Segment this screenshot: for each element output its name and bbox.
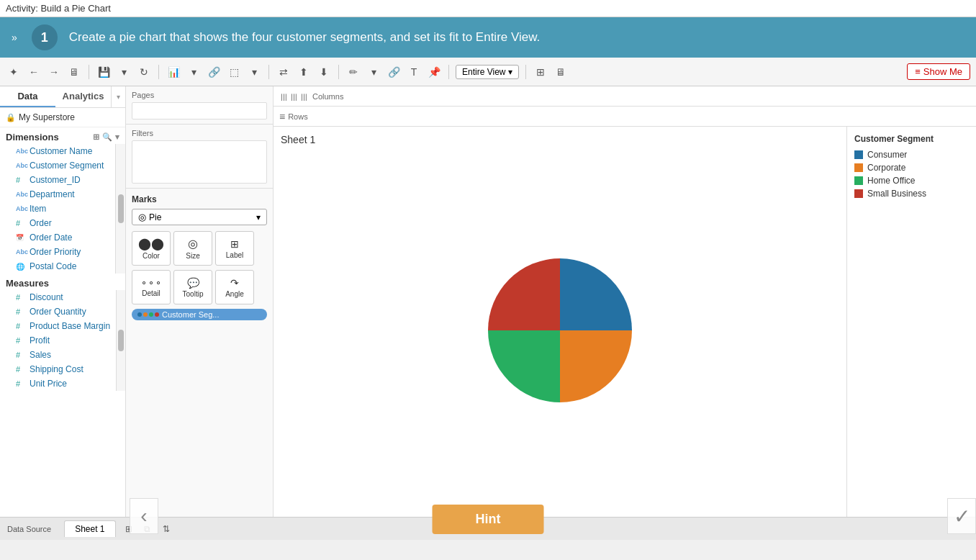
back-icon[interactable]: ← bbox=[26, 64, 42, 80]
detail-button[interactable]: ⚬⚬⚬ Detail bbox=[132, 270, 171, 304]
arrow-icon[interactable]: ▾ bbox=[115, 132, 119, 142]
size-icon: ◎ bbox=[188, 237, 198, 250]
home-icon[interactable]: ✦ bbox=[6, 64, 22, 80]
slice-corporate[interactable] bbox=[560, 330, 632, 402]
instruction-text: Create a pie chart that shows the four c… bbox=[69, 29, 541, 46]
dimensions-label: Dimensions bbox=[6, 132, 59, 143]
search-icon[interactable]: 🔍 bbox=[102, 132, 112, 142]
sheet-tab[interactable]: Sheet 1 bbox=[64, 520, 115, 537]
chart-dropdown[interactable]: ▾ bbox=[186, 64, 202, 80]
text-icon[interactable]: T bbox=[406, 64, 422, 80]
datasource-tab[interactable]: Data Source bbox=[0, 522, 58, 536]
field-profit[interactable]: # Profit bbox=[0, 333, 116, 348]
pin-icon[interactable]: 📌 bbox=[426, 64, 442, 80]
field-customer-id[interactable]: # Customer_ID bbox=[0, 173, 115, 187]
field-customer-segment[interactable]: Abc Customer Segment bbox=[0, 158, 115, 173]
tab-data[interactable]: Data bbox=[0, 86, 55, 107]
export-dropdown[interactable]: ▾ bbox=[246, 64, 262, 80]
angle-button[interactable]: ↷ Angle bbox=[215, 270, 254, 304]
legend-color-consumer bbox=[854, 150, 863, 159]
field-order-priority[interactable]: Abc Order Priority bbox=[0, 245, 115, 259]
pencil-dropdown[interactable]: ▾ bbox=[366, 64, 381, 80]
marks-type-label: Pie bbox=[149, 212, 161, 222]
customer-seg-pill[interactable]: Customer Seg... bbox=[132, 309, 267, 320]
field-order-date[interactable]: 📅 Order Date bbox=[0, 230, 115, 245]
type-hash: # bbox=[16, 219, 26, 227]
marks-title: Marks bbox=[132, 194, 267, 204]
dimensions-scrollbar[interactable] bbox=[115, 144, 125, 274]
fit-dropdown[interactable]: Entire View ▾ bbox=[456, 65, 519, 79]
expand-icon[interactable]: » bbox=[12, 32, 17, 43]
grid-icon[interactable]: ⊞ bbox=[533, 64, 548, 80]
grid-icon[interactable]: ⊞ bbox=[93, 132, 99, 142]
show-me-button[interactable]: ≡ Show Me bbox=[907, 63, 970, 80]
marks-type-dropdown[interactable]: ◎ Pie ▾ bbox=[132, 209, 267, 225]
datasource-row[interactable]: 🔒 My Superstore bbox=[0, 108, 125, 127]
tab-analytics[interactable]: Analytics bbox=[55, 86, 111, 107]
slice-home-office[interactable] bbox=[488, 330, 560, 402]
dot-small-business bbox=[155, 312, 159, 317]
field-name: Order bbox=[30, 218, 52, 228]
panel-arrow[interactable]: ▾ bbox=[111, 86, 125, 107]
slice-small-business[interactable] bbox=[488, 258, 560, 330]
legend-label-home-office: Home Office bbox=[867, 176, 915, 186]
field-shipping-cost[interactable]: # Shipping Cost bbox=[0, 362, 116, 376]
color-button[interactable]: ⬤⬤ Color bbox=[132, 231, 171, 266]
link-icon[interactable]: 🔗 bbox=[206, 64, 222, 80]
field-name: Department bbox=[30, 189, 75, 199]
link2-icon[interactable]: 🔗 bbox=[386, 64, 402, 80]
pencil-icon[interactable]: ✏ bbox=[345, 64, 361, 80]
measures-scrollbar[interactable] bbox=[116, 290, 125, 391]
tooltip-button[interactable]: 💬 Tooltip bbox=[173, 270, 212, 304]
nav-left[interactable]: ‹ bbox=[130, 498, 158, 534]
fit-chevron: ▾ bbox=[508, 67, 512, 77]
monitor2-icon[interactable]: 🖥 bbox=[553, 64, 569, 80]
angle-icon: ↷ bbox=[230, 277, 239, 289]
chart-icon[interactable]: 📊 bbox=[166, 64, 181, 80]
field-product-base-margin[interactable]: # Product Base Margin bbox=[0, 319, 116, 333]
field-name: Sales bbox=[30, 350, 51, 360]
field-discount[interactable]: # Discount bbox=[0, 290, 116, 304]
field-postal-code[interactable]: 🌐 Postal Code bbox=[0, 259, 115, 274]
field-sales[interactable]: # Sales bbox=[0, 348, 116, 362]
pie-chart bbox=[481, 251, 639, 410]
fit-label: Entire View bbox=[462, 67, 505, 77]
slice-consumer[interactable] bbox=[560, 258, 632, 330]
dot-corporate bbox=[143, 312, 148, 317]
sort-desc-icon[interactable]: ⬇ bbox=[316, 64, 332, 80]
dimensions-header: Dimensions ⊞ 🔍 ▾ bbox=[0, 127, 125, 144]
field-unit-price[interactable]: # Unit Price bbox=[0, 376, 116, 391]
step-number: 1 bbox=[32, 24, 58, 50]
save-icon[interactable]: 💾 bbox=[96, 64, 112, 80]
save-dropdown[interactable]: ▾ bbox=[116, 64, 132, 80]
sheet-tab-label: Sheet 1 bbox=[75, 524, 104, 534]
filters-label: Filters bbox=[132, 129, 267, 137]
legend-label-small-business: Small Business bbox=[867, 189, 926, 199]
export-icon[interactable]: ⬚ bbox=[226, 64, 242, 80]
sep5 bbox=[448, 65, 449, 79]
sort-asc-icon[interactable]: ⬆ bbox=[296, 64, 312, 80]
datasource-tab-label: Data Source bbox=[7, 525, 51, 533]
label-button[interactable]: ⊞ Label bbox=[215, 231, 254, 266]
size-button[interactable]: ◎ Size bbox=[173, 231, 212, 266]
nav-right[interactable]: ✓ bbox=[947, 498, 976, 534]
refresh-icon[interactable]: ↻ bbox=[136, 64, 152, 80]
field-name: Unit Price bbox=[30, 379, 67, 389]
tooltip-icon: 💬 bbox=[187, 277, 199, 289]
hint-button[interactable]: Hint bbox=[433, 505, 544, 534]
field-department[interactable]: Abc Department bbox=[0, 187, 115, 202]
swap-icon[interactable]: ⇄ bbox=[276, 64, 292, 80]
marks-buttons-row2: ⚬⚬⚬ Detail 💬 Tooltip ↷ Angle bbox=[132, 270, 267, 304]
show-me-icon: ≡ bbox=[915, 66, 921, 77]
field-order[interactable]: # Order bbox=[0, 216, 115, 230]
measures-list-container: # Discount # Order Quantity # Product Ba… bbox=[0, 290, 125, 391]
sheet-title: Sheet 1 bbox=[281, 134, 315, 145]
view-area: Sheet 1 Custome bbox=[274, 127, 976, 517]
monitor-icon[interactable]: 🖥 bbox=[66, 64, 82, 80]
field-customer-name[interactable]: Abc Customer Name bbox=[0, 144, 115, 158]
forward-icon[interactable]: → bbox=[46, 64, 62, 80]
field-order-quantity[interactable]: # Order Quantity bbox=[0, 304, 116, 319]
dimensions-list: Abc Customer Name Abc Customer Segment #… bbox=[0, 144, 115, 274]
sort-icon[interactable]: ⇅ bbox=[159, 522, 173, 536]
field-item[interactable]: Abc Item bbox=[0, 202, 115, 216]
